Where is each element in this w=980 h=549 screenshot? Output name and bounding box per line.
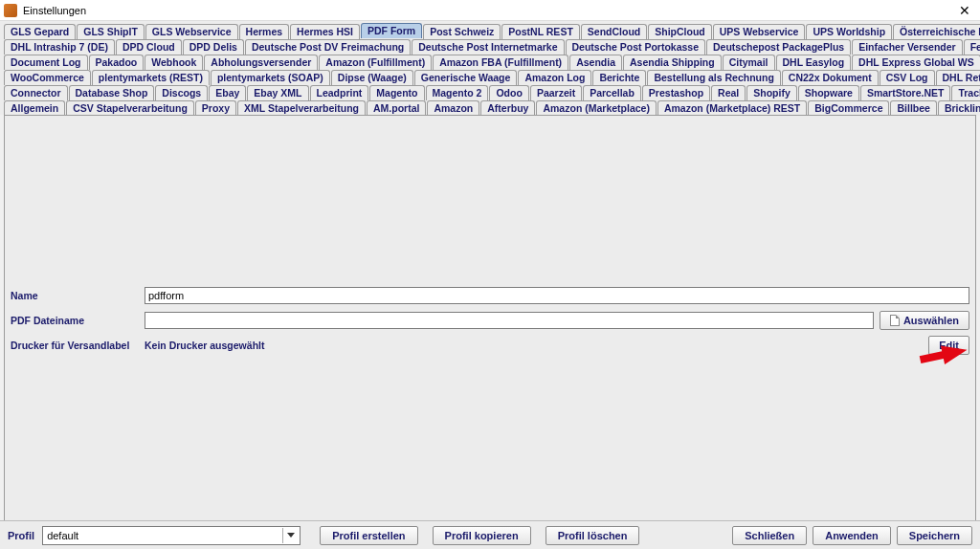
tab-hermes-hsi[interactable]: Hermes HSI bbox=[290, 24, 360, 39]
tab-proxy[interactable]: Proxy bbox=[195, 100, 236, 116]
pdf-form-settings: Name PDF Dateiname Auswählen Drucker für… bbox=[11, 286, 969, 361]
tab-discogs[interactable]: Discogs bbox=[155, 85, 208, 100]
tab-amazon-log[interactable]: Amazon Log bbox=[518, 70, 591, 85]
tab-csv-stapelverarbeitung[interactable]: CSV Stapelverarbeitung bbox=[66, 100, 194, 116]
tab-pakadoo[interactable]: Pakadoo bbox=[89, 55, 145, 70]
tab-dhl-express-global-ws[interactable]: DHL Express Global WS bbox=[852, 55, 980, 70]
tab-plentymarkets-rest-[interactable]: plentymarkets (REST) bbox=[92, 70, 210, 85]
profile-delete-button[interactable]: Profil löschen bbox=[546, 526, 640, 545]
profile-select[interactable]: default bbox=[42, 526, 301, 545]
tab-deutsche-post-portokasse[interactable]: Deutsche Post Portokasse bbox=[566, 39, 705, 55]
profile-value: default bbox=[47, 530, 78, 541]
tab-gls-gepard[interactable]: GLS Gepard bbox=[4, 24, 76, 39]
tab-magento[interactable]: Magento bbox=[369, 85, 424, 100]
tab-amazon-fulfillment-[interactable]: Amazon (Fulfillment) bbox=[319, 55, 432, 70]
tab-bigcommerce[interactable]: BigCommerce bbox=[808, 100, 889, 116]
tabs-container: GLS GepardGLS ShipITGLS WebserviceHermes… bbox=[0, 21, 980, 115]
tab-pdf-form[interactable]: PDF Form bbox=[361, 23, 422, 38]
select-file-label: Auswählen bbox=[903, 315, 959, 326]
tab-xml-stapelverarbeitung[interactable]: XML Stapelverarbeitung bbox=[237, 100, 366, 116]
tab-prestashop[interactable]: Prestashop bbox=[642, 85, 710, 100]
name-label: Name bbox=[11, 290, 145, 301]
printer-value: Kein Drucker ausgewählt bbox=[145, 340, 264, 351]
tab-webhook[interactable]: Webhook bbox=[145, 55, 203, 70]
tab-woocommerce[interactable]: WooCommerce bbox=[4, 70, 91, 85]
tab-amazon[interactable]: Amazon bbox=[427, 100, 479, 116]
row-printer: Drucker für Versandlabel Kein Drucker au… bbox=[11, 336, 969, 355]
tab-deutschepost-packageplus[interactable]: Deutschepost PackagePlus bbox=[706, 39, 851, 55]
tab-amazon-marketplace-[interactable]: Amazon (Marketplace) bbox=[536, 100, 656, 116]
tab-amazon-marketplace-rest[interactable]: Amazon (Marketplace) REST bbox=[657, 100, 807, 116]
tab-generische-waage[interactable]: Generische Waage bbox=[414, 70, 518, 85]
tab-fedex-webservice[interactable]: Fedex Webservice bbox=[964, 39, 980, 55]
tab-ups-webservice[interactable]: UPS Webservice bbox=[713, 24, 806, 39]
tab-plentymarkets-soap-[interactable]: plentymarkets (SOAP) bbox=[211, 70, 330, 85]
tab-sendcloud[interactable]: SendCloud bbox=[581, 24, 647, 39]
tab-dhl-easylog[interactable]: DHL Easylog bbox=[776, 55, 852, 70]
tab-citymail[interactable]: Citymail bbox=[723, 55, 775, 70]
titlebar: Einstellungen ✕ bbox=[0, 0, 980, 21]
tab-real[interactable]: Real bbox=[711, 85, 746, 100]
tab-dhl-intraship-7-de-[interactable]: DHL Intraship 7 (DE) bbox=[4, 39, 115, 55]
file-icon bbox=[890, 315, 900, 326]
tab-ups-worldship[interactable]: UPS Worldship bbox=[806, 24, 892, 39]
tab-ebay-xml[interactable]: Ebay XML bbox=[247, 85, 308, 100]
tab-shopware[interactable]: Shopware bbox=[798, 85, 859, 100]
tab-bestellung-als-rechnung[interactable]: Bestellung als Rechnung bbox=[647, 70, 780, 85]
tab-asendia-shipping[interactable]: Asendia Shipping bbox=[623, 55, 722, 70]
tab-afterbuy[interactable]: Afterbuy bbox=[480, 100, 535, 116]
tab-odoo[interactable]: Odoo bbox=[489, 85, 528, 100]
tab-shipcloud[interactable]: ShipCloud bbox=[648, 24, 712, 39]
tab-einfacher-versender[interactable]: Einfacher Versender bbox=[852, 39, 963, 55]
name-input[interactable] bbox=[145, 287, 969, 304]
chevron-down-icon bbox=[282, 528, 298, 543]
select-file-button[interactable]: Auswählen bbox=[880, 311, 969, 330]
tab-smartstore-net[interactable]: SmartStore.NET bbox=[860, 85, 951, 100]
close-button[interactable]: Schließen bbox=[732, 526, 807, 545]
tab-amazon-fba-fulfillment-[interactable]: Amazon FBA (Fulfillment) bbox=[433, 55, 568, 70]
tab-shopify[interactable]: Shopify bbox=[746, 85, 797, 100]
tab-postnl-rest[interactable]: PostNL REST bbox=[501, 24, 579, 39]
tab-dpd-cloud[interactable]: DPD Cloud bbox=[116, 39, 182, 55]
tab-database-shop[interactable]: Database Shop bbox=[69, 85, 155, 100]
tab-bricklink[interactable]: Bricklink bbox=[938, 100, 980, 116]
tab-berichte[interactable]: Berichte bbox=[592, 70, 646, 85]
app-icon bbox=[4, 4, 17, 17]
tab-parcellab[interactable]: Parcellab bbox=[583, 85, 641, 100]
tab-connector[interactable]: Connector bbox=[4, 85, 68, 100]
tab-post-schweiz[interactable]: Post Schweiz bbox=[423, 24, 501, 39]
tab-leadprint[interactable]: Leadprint bbox=[310, 85, 369, 100]
close-icon[interactable]: ✕ bbox=[953, 3, 976, 18]
tab-dipse-waage-[interactable]: Dipse (Waage) bbox=[331, 70, 413, 85]
tab-cn22x-dokument[interactable]: CN22x Dokument bbox=[782, 70, 879, 85]
tab-hermes[interactable]: Hermes bbox=[239, 24, 290, 39]
printer-label: Drucker für Versandlabel bbox=[11, 340, 145, 351]
tab-gls-shipit[interactable]: GLS ShipIT bbox=[77, 24, 145, 39]
content-panel: Name PDF Dateiname Auswählen Drucker für… bbox=[4, 115, 976, 524]
tab-deutsche-post-dv-freimachung[interactable]: Deutsche Post DV Freimachung bbox=[245, 39, 411, 55]
profile-create-button[interactable]: Profil erstellen bbox=[320, 526, 417, 545]
tab-asendia[interactable]: Asendia bbox=[569, 55, 622, 70]
tab--sterreichische-post[interactable]: Österreichische Post bbox=[893, 24, 980, 39]
tab-abholungsversender[interactable]: Abholungsversender bbox=[204, 55, 318, 70]
tab-trackingportal[interactable]: Trackingportal bbox=[951, 85, 980, 100]
row-pdf-file: PDF Dateiname Auswählen bbox=[11, 311, 969, 330]
apply-button[interactable]: Anwenden bbox=[813, 526, 891, 545]
profile-copy-button[interactable]: Profil kopieren bbox=[433, 526, 531, 545]
tab-paarzeit[interactable]: Paarzeit bbox=[530, 85, 582, 100]
tab-dhl-retoure[interactable]: DHL Retoure bbox=[936, 70, 980, 85]
tab-csv-log[interactable]: CSV Log bbox=[880, 70, 935, 85]
tab-billbee[interactable]: Billbee bbox=[890, 100, 936, 116]
bottom-bar: Profil default Profil erstellen Profil k… bbox=[0, 520, 980, 549]
tab-ebay[interactable]: Ebay bbox=[209, 85, 246, 100]
tab-allgemein[interactable]: Allgemein bbox=[4, 100, 65, 116]
tab-deutsche-post-internetmarke[interactable]: Deutsche Post Internetmarke bbox=[412, 39, 564, 55]
tab-document-log[interactable]: Document Log bbox=[4, 55, 88, 70]
tab-dpd-delis[interactable]: DPD Delis bbox=[183, 39, 244, 55]
save-button[interactable]: Speichern bbox=[897, 526, 972, 545]
tab-gls-webservice[interactable]: GLS Webservice bbox=[145, 24, 238, 39]
svg-marker-0 bbox=[918, 340, 969, 369]
pdf-file-input[interactable] bbox=[145, 312, 874, 329]
tab-magento-2[interactable]: Magento 2 bbox=[426, 85, 489, 100]
tab-am-portal[interactable]: AM.portal bbox=[367, 100, 426, 116]
